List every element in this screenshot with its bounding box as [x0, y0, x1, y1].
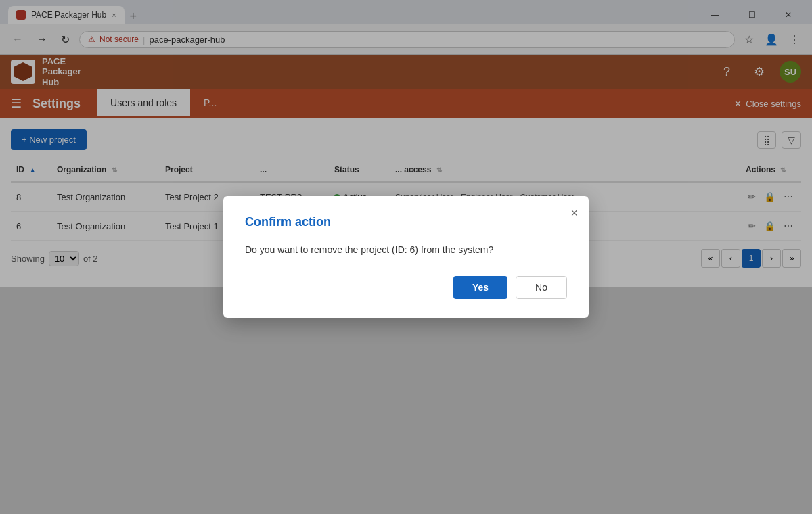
dialog-actions: Yes No: [245, 276, 567, 299]
modal-overlay[interactable]: × Confirm action Do you want to remove t…: [0, 0, 812, 514]
dialog-yes-button[interactable]: Yes: [453, 276, 508, 299]
dialog-no-button[interactable]: No: [516, 276, 567, 299]
dialog-title: Confirm action: [245, 215, 567, 229]
dialog-message: Do you want to remove the project (ID: 6…: [245, 243, 567, 257]
confirm-dialog: × Confirm action Do you want to remove t…: [223, 196, 589, 318]
dialog-close-button[interactable]: ×: [570, 207, 578, 219]
